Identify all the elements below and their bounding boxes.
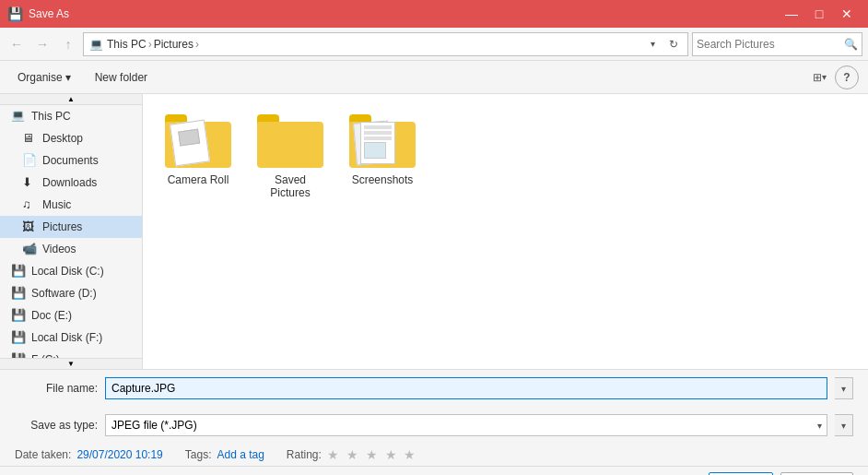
saved-pictures-label: Saved Pictures (259, 173, 322, 199)
tags-item: Tags: Add a tag (185, 448, 264, 461)
downloads-label: Downloads (42, 176, 97, 189)
saved-pictures-folder-icon (257, 114, 323, 168)
address-box[interactable]: 💻 This PC › Pictures › ▾ ↻ (83, 32, 688, 56)
camera-roll-folder-icon (165, 114, 231, 168)
forward-button[interactable]: → (31, 33, 53, 55)
this-pc-icon: 💻 (11, 109, 26, 124)
toolbar: Organise ▾ New folder ⊞ ▾ ? (0, 61, 868, 94)
close-button[interactable]: ✕ (833, 0, 861, 28)
software-d-label: Software (D:) (31, 287, 97, 300)
search-input[interactable] (697, 38, 844, 51)
path-sep-2: › (195, 38, 199, 51)
maximize-button[interactable]: □ (805, 0, 833, 28)
pictures-label: Pictures (42, 220, 82, 233)
path-this-pc: This PC (107, 38, 147, 51)
tags-label: Tags: (185, 448, 212, 461)
date-taken-item: Date taken: 29/07/2020 10:19 (15, 448, 163, 461)
sidebar-scroll-up[interactable]: ▲ (0, 94, 142, 105)
sidebar-item-desktop[interactable]: 🖥 Desktop (0, 127, 142, 149)
sidebar-item-this-pc[interactable]: 💻 This PC (0, 105, 142, 127)
organise-label: Organise (18, 71, 63, 84)
address-bar: ← → ↑ 💻 This PC › Pictures › ▾ ↻ 🔍 (0, 28, 868, 61)
screenshots-label: Screenshots (352, 173, 414, 186)
sidebar-item-software-d[interactable]: 💾 Software (D:) (0, 282, 142, 304)
date-taken-label: Date taken: (15, 448, 71, 461)
organise-dropdown-icon: ▾ (65, 71, 71, 84)
search-icon: 🔍 (844, 38, 858, 51)
address-path: This PC › Pictures › (107, 38, 639, 51)
view-dropdown-icon: ▾ (822, 72, 827, 82)
documents-label: Documents (42, 154, 99, 167)
sidebar-item-downloads[interactable]: ⬇ Downloads (0, 172, 142, 194)
savetype-row: Save as type: JPEG file (*.JPG) ▾ ▾ (0, 407, 868, 444)
sidebar: ▲ 💻 This PC 🖥 Desktop 📄 Documents ⬇ Down… (0, 94, 143, 369)
help-icon: ? (843, 71, 850, 84)
bottom-panel: File name: ▾ Save as type: JPEG file (*.… (0, 369, 868, 475)
organise-button[interactable]: Organise ▾ (9, 66, 79, 89)
folder-camera-roll[interactable]: Camera Roll (161, 109, 235, 205)
local-f-label: Local Disk (F:) (31, 331, 102, 344)
file-pane: Camera Roll Saved Pictures (143, 94, 868, 369)
videos-icon: 📹 (22, 242, 37, 256)
main-content: ▲ 💻 This PC 🖥 Desktop 📄 Documents ⬇ Down… (0, 94, 868, 369)
filename-label: File name: (15, 382, 98, 395)
address-icon: 💻 (89, 38, 103, 51)
title-bar: 💾 Save As — □ ✕ (0, 0, 868, 28)
scroll-up-icon: ▲ (67, 95, 75, 103)
sidebar-item-doc-e[interactable]: 💾 Doc (E:) (0, 304, 142, 327)
new-folder-button[interactable]: New folder (87, 66, 156, 89)
sidebar-item-pictures[interactable]: 🖼 Pictures (0, 216, 142, 238)
local-c-icon: 💾 (11, 264, 26, 279)
doc-e-icon: 💾 (11, 308, 26, 323)
filename-row: File name: ▾ (0, 370, 868, 407)
view-toggle-button[interactable]: ⊞ ▾ (807, 65, 831, 89)
sidebar-item-local-f[interactable]: 💾 Local Disk (F:) (0, 327, 142, 349)
software-d-icon: 💾 (11, 286, 26, 301)
window-icon: 💾 (7, 6, 23, 21)
desktop-icon: 🖥 (22, 131, 37, 146)
path-sep-1: › (148, 38, 152, 51)
rating-item: Rating: ★ ★ ★ ★ ★ (287, 447, 418, 462)
new-folder-label: New folder (95, 71, 147, 84)
help-button[interactable]: ? (835, 65, 859, 89)
videos-label: Videos (42, 243, 76, 255)
search-box: 🔍 (692, 32, 862, 56)
up-button[interactable]: ↑ (57, 33, 79, 55)
pictures-icon: 🖼 (22, 220, 37, 234)
add-tag-link[interactable]: Add a tag (217, 448, 264, 461)
folder-screenshots[interactable]: Screenshots (346, 109, 419, 205)
sidebar-scroll-down[interactable]: ▼ (0, 358, 142, 369)
sidebar-item-videos[interactable]: 📹 Videos (0, 238, 142, 260)
back-button[interactable]: ← (6, 33, 28, 55)
savetype-label: Save as type: (15, 419, 98, 432)
downloads-icon: ⬇ (22, 175, 37, 190)
action-row: Save Cancel (0, 466, 868, 475)
address-dropdown-button[interactable]: ▾ (643, 33, 662, 55)
music-label: Music (42, 198, 71, 211)
refresh-button[interactable]: ↻ (665, 33, 682, 55)
filename-dropdown-button[interactable]: ▾ (835, 377, 853, 399)
filename-input[interactable] (105, 377, 827, 399)
local-f-icon: 💾 (11, 330, 26, 345)
screenshots-folder-icon (349, 114, 416, 168)
sidebar-item-documents[interactable]: 📄 Documents (0, 149, 142, 172)
window-title: Save As (29, 7, 69, 20)
meta-row: Date taken: 29/07/2020 10:19 Tags: Add a… (0, 444, 868, 466)
savetype-dropdown-button[interactable]: ▾ (835, 414, 853, 436)
folder-saved-pictures[interactable]: Saved Pictures (253, 109, 327, 205)
music-icon: ♫ (22, 197, 37, 212)
sidebar-item-local-c[interactable]: 💾 Local Disk (C:) (0, 260, 142, 282)
sidebar-item-music[interactable]: ♫ Music (0, 194, 142, 216)
scroll-down-icon: ▼ (67, 360, 75, 368)
savetype-select[interactable]: JPEG file (*.JPG) (105, 414, 827, 436)
minimize-button[interactable]: — (778, 0, 805, 28)
path-pictures: Pictures (154, 38, 194, 51)
rating-stars[interactable]: ★ ★ ★ ★ ★ (327, 447, 418, 462)
this-pc-label: This PC (31, 110, 71, 123)
desktop-label: Desktop (42, 132, 83, 145)
savetype-wrapper: JPEG file (*.JPG) ▾ (105, 414, 827, 436)
window-controls: — □ ✕ (778, 0, 861, 28)
view-icon: ⊞ (813, 71, 822, 84)
doc-e-label: Doc (E:) (31, 309, 72, 322)
camera-roll-label: Camera Roll (168, 173, 229, 186)
